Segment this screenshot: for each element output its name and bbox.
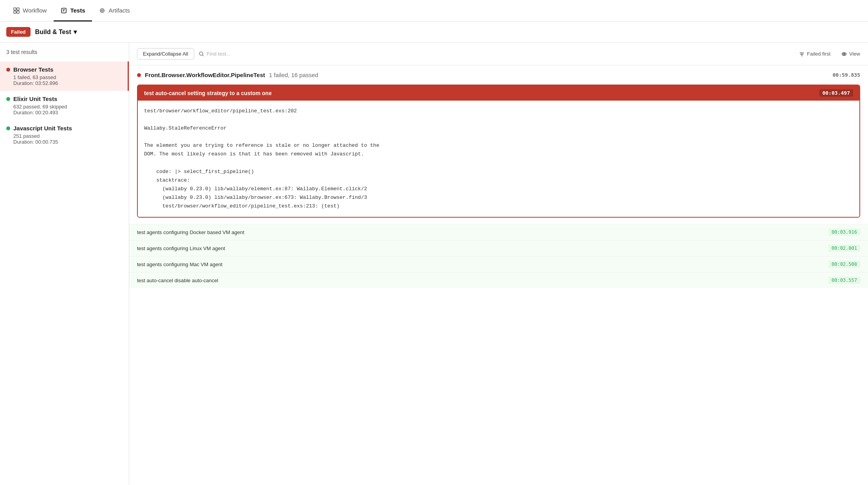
sidebar-item-header: Elixir Unit Tests [6,96,123,102]
failed-test-body: test/browser/workflow_editor/pipeline_te… [138,101,859,217]
passed-test-name: test agents configuring Mac VM agent [137,261,222,267]
passed-test-time: 00:02.801 [828,245,860,252]
content-toolbar: Expand/Collapse All Find test... Failed … [129,43,868,65]
passed-test-name: test agents configuring Linux VM agent [137,245,225,251]
workflow-icon [13,7,20,14]
failed-test-output: test/browser/workflow_editor/pipeline_te… [144,107,853,211]
eye-icon [841,51,847,57]
svg-rect-1 [17,8,19,10]
status-dot-passed [6,97,10,101]
svg-point-9 [199,52,203,55]
sidebar-item-sub2: Duration: 03:52.896 [13,80,121,86]
sidebar-item-header: Browser Tests [6,66,121,73]
failed-badge: Failed [6,27,31,37]
expand-collapse-button[interactable]: Expand/Collapse All [137,48,194,59]
svg-line-10 [202,55,204,56]
failed-test-block: test auto-cancel setting strategy to a c… [137,85,860,218]
sidebar-item-sub1: 1 failed, 63 passed [13,74,121,80]
sort-section[interactable]: Failed first [799,51,830,57]
failed-test-header: test auto-cancel setting strategy to a c… [138,85,859,101]
sidebar-item-elixir-tests[interactable]: Elixir Unit Tests 632 passed, 69 skipped… [0,91,129,120]
build-test-dropdown[interactable]: Build & Test ▾ [35,28,77,36]
view-section[interactable]: View [841,51,860,57]
tab-workflow[interactable]: Workflow [6,0,54,22]
suite-status-dot [137,73,141,77]
svg-rect-4 [61,8,66,13]
search-box: Find test... [199,51,231,57]
search-placeholder[interactable]: Find test... [207,51,231,57]
suite-summary: 1 failed, 16 passed [269,72,318,78]
suite-name: Front.Browser.WorkflowEditor.PipelineTes… [145,72,265,78]
passed-test-row[interactable]: test agents configuring Linux VM agent 0… [129,240,868,256]
sidebar-item-header: Javascript Unit Tests [6,125,123,132]
sidebar-item-sub1: 251 passed [13,133,123,139]
tab-tests[interactable]: Tests [54,0,92,22]
suite-time: 00:59.835 [833,72,860,78]
svg-rect-0 [14,8,16,10]
svg-rect-2 [14,11,16,13]
svg-point-7 [100,9,104,13]
passed-test-row[interactable]: test agents configuring Mac VM agent 00:… [129,256,868,272]
suite-header: Front.Browser.WorkflowEditor.PipelineTes… [129,65,868,85]
passed-test-name: test auto-cancel disable auto-cancel [137,278,218,283]
failed-test-time: 00:03.497 [819,89,853,97]
toolbar: Failed Build & Test ▾ [0,22,868,43]
passed-test-row[interactable]: test auto-cancel disable auto-cancel 00:… [129,272,868,288]
passed-test-time: 00:03.557 [828,277,860,284]
status-dot-passed [6,126,10,130]
test-count: 3 test results [0,49,129,61]
content-area: Expand/Collapse All Find test... Failed … [129,43,868,485]
svg-point-8 [101,10,103,11]
top-nav: Workflow Tests Artifacts [0,0,868,22]
artifacts-icon [99,7,105,14]
svg-point-15 [843,53,845,55]
passed-test-row[interactable]: test agents configuring Docker based VM … [129,224,868,240]
tab-artifacts[interactable]: Artifacts [92,0,137,22]
sidebar-item-sub2: Duration: 00:00.735 [13,139,123,145]
status-dot-failed [6,68,10,72]
sidebar: 3 test results Browser Tests 1 failed, 6… [0,43,129,485]
passed-test-time: 00:03.916 [828,229,860,236]
tests-icon [61,7,67,14]
sidebar-item-sub1: 632 passed, 69 skipped [13,104,123,110]
passed-test-name: test agents configuring Docker based VM … [137,229,244,235]
main-layout: 3 test results Browser Tests 1 failed, 6… [0,43,868,485]
svg-rect-3 [17,11,19,13]
passed-tests-list: test agents configuring Docker based VM … [129,224,868,288]
sidebar-item-browser-tests[interactable]: Browser Tests 1 failed, 63 passed Durati… [0,61,129,91]
passed-test-time: 00:02.508 [828,261,860,268]
sort-icon [799,51,805,57]
search-icon [199,51,204,57]
failed-test-name: test auto-cancel setting strategy to a c… [144,90,272,96]
sidebar-item-sub2: Duration: 00:20.493 [13,110,123,115]
chevron-down-icon: ▾ [74,28,77,36]
sidebar-item-js-tests[interactable]: Javascript Unit Tests 251 passed Duratio… [0,120,129,150]
